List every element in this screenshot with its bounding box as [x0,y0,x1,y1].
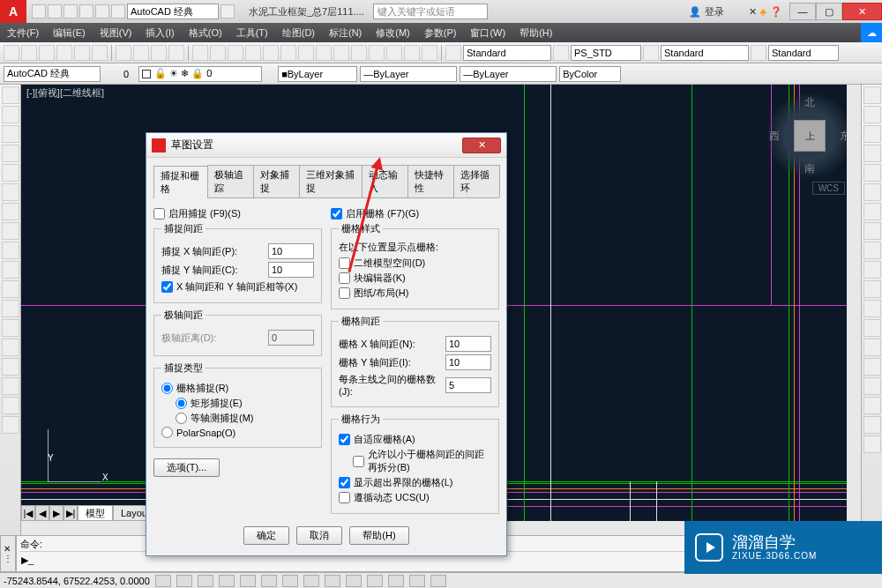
wipeout-icon[interactable] [2,397,19,414]
revcloud-icon[interactable] [2,377,19,395]
menu-help[interactable]: 帮助(H) [512,26,559,40]
qat-more-icon[interactable] [220,4,235,19]
help-button[interactable]: 帮助(H) [349,526,408,545]
tb-icon[interactable] [4,45,19,61]
move-icon[interactable] [863,86,881,104]
scale-icon[interactable] [863,261,881,279]
adaptive-grid-checkbox[interactable] [339,434,350,445]
tb-icon[interactable] [316,45,332,61]
cancel-button[interactable]: 取消 [296,526,342,545]
lengthen-icon[interactable] [863,416,881,434]
grid-major-input[interactable] [445,377,491,393]
tb-icon[interactable] [643,45,659,61]
chamfer-icon[interactable] [863,300,881,317]
menu-edit[interactable]: 编辑(E) [46,26,93,40]
point-icon[interactable] [2,242,19,259]
tb-icon[interactable] [168,45,184,61]
trim-icon[interactable] [863,203,881,220]
color-dd[interactable]: ■ ByLayer [278,66,357,82]
pline-icon[interactable] [2,106,19,123]
compass-south[interactable]: 南 [804,161,815,176]
cloud-icon[interactable]: ☁ [861,23,882,42]
otrack-toggle-icon[interactable] [282,575,298,587]
gs-model-checkbox[interactable] [339,257,350,269]
compass-north[interactable]: 北 [804,95,815,110]
print-icon[interactable] [111,4,125,19]
tb-icon[interactable] [333,45,349,61]
follow-ucs-checkbox[interactable] [339,492,350,503]
menu-window[interactable]: 窗口(W) [463,26,512,40]
exchange-icon[interactable]: ✕ [749,6,757,18]
arc-icon[interactable] [2,145,19,162]
tb-icon[interactable] [445,45,461,61]
qp-toggle-icon[interactable] [388,575,404,587]
menu-format[interactable]: 格式(O) [182,26,229,40]
am-toggle-icon[interactable] [430,575,446,587]
tb-icon[interactable] [74,45,90,61]
tab-model[interactable]: 模型 [78,505,113,521]
lwt-toggle-icon[interactable] [346,575,362,587]
iso-snap-radio[interactable] [176,413,187,424]
text-style-dd[interactable]: Standard [463,45,551,61]
menu-draw[interactable]: 绘图(D) [275,26,322,40]
save-icon[interactable] [64,4,78,19]
beyond-limits-checkbox[interactable] [339,477,350,488]
menu-insert[interactable]: 插入(I) [138,26,181,40]
polar-toggle-icon[interactable] [219,575,235,587]
minimize-button[interactable]: — [789,3,816,20]
menu-dimension[interactable]: 标注(N) [322,26,369,40]
snap-x-input[interactable] [268,243,314,259]
tab-3dosnap[interactable]: 三维对象捕捉 [299,165,363,197]
view-cube[interactable]: 上 北 南 西 东 [766,92,854,180]
plotstyle-dd[interactable]: ByColor [559,66,621,82]
tb-icon[interactable] [751,45,766,61]
menu-tools[interactable]: 工具(T) [229,26,275,40]
help2-icon[interactable]: ❓ [770,6,782,18]
table-icon[interactable] [2,280,19,298]
layer-dd[interactable]: 🔓 ☀ ❄ 🔒 0 [138,66,262,82]
osnap-toggle-icon[interactable] [240,575,256,587]
login-area[interactable]: 👤 登录 ✕ ♣ ❓ [689,5,789,19]
tab-first-button[interactable]: |◀ [21,505,35,521]
array-icon[interactable] [863,183,881,201]
grid-x-input[interactable] [445,336,491,352]
snap-y-input[interactable] [268,262,314,278]
maximize-button[interactable]: ▢ [816,3,842,20]
tb-icon[interactable] [56,45,72,61]
v-scrollbar[interactable] [847,85,861,521]
tb-icon[interactable] [92,45,108,61]
pedit-icon[interactable] [863,435,881,453]
tab-polar[interactable]: 极轴追踪 [207,165,254,197]
tb-icon[interactable] [369,45,385,61]
text-icon[interactable] [2,300,19,317]
menu-modify[interactable]: 修改(M) [369,26,417,40]
cube-top-face[interactable]: 上 [794,120,826,152]
tb-icon[interactable] [404,45,420,61]
explode-icon[interactable] [863,358,881,376]
tb-icon[interactable] [21,45,37,61]
circle-icon[interactable] [2,125,19,143]
break-icon[interactable] [863,319,881,337]
tb-icon[interactable] [351,45,367,61]
grid-y-input[interactable] [445,354,491,370]
enable-snap-checkbox[interactable] [153,208,165,220]
redo-icon[interactable] [95,4,109,19]
tb-icon[interactable] [245,45,261,61]
menu-view[interactable]: 视图(V) [93,26,139,40]
command-close-icon[interactable]: ✕⋮ [0,535,16,572]
open-icon[interactable] [48,4,62,19]
tab-snap-grid[interactable]: 捕捉和栅格 [153,166,208,198]
enable-grid-checkbox[interactable] [331,208,342,220]
tb-icon[interactable] [192,45,208,61]
tb-icon[interactable] [298,45,314,61]
tb-icon[interactable] [422,45,437,61]
workspace-dropdown[interactable]: AutoCAD 经典 [127,4,219,19]
tab-prev-button[interactable]: ◀ [35,505,49,521]
erase-icon[interactable] [863,377,881,395]
tb-icon[interactable] [39,45,55,61]
tpy-toggle-icon[interactable] [367,575,383,587]
subdiv-checkbox[interactable] [353,456,364,467]
linetype-dd[interactable]: — ByLayer [360,66,457,82]
join-icon[interactable] [863,339,881,356]
grid-toggle-icon[interactable] [176,575,192,587]
